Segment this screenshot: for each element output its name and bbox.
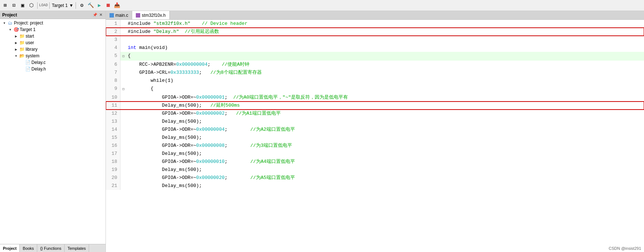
code-line-5: 5⊟{ [106,52,644,61]
line-code-11: Delay_ms(500); //延时500ms [126,102,644,110]
tab-label-stm32: stm32f10x.h [142,13,165,18]
toolbar-sep-1 [37,2,38,9]
code-line-16: 16 GPIOA->ODR=~0x00000008; //为3端口置低电平 [106,142,644,150]
line-code-16: GPIOA->ODR=~0x00000008; //为3端口置低电平 [126,142,644,150]
sidebar-title: Project [2,12,17,18]
line-expander-11 [120,102,126,110]
line-code-5: { [126,52,644,61]
tab-main-c[interactable]: main.c [106,11,132,19]
toolbar-sep-3 [76,2,76,9]
code-line-14: 14 GPIOA->ODR=~0x00000004; //为A2端口置低电平 [106,126,644,134]
sidebar-tree: ▼ 🗂 Project: project ▼ 🎯 Target 1 ▶ 📁 st… [0,19,106,244]
line-code-2: #include "Delay.h" //引用延迟函数 [126,28,644,36]
sidebar-tab-functions[interactable]: {} Functions [37,244,65,252]
sidebar-item-delay-h[interactable]: 📄 Delay.h [0,66,106,72]
line-number-3: 3 [106,36,120,44]
expander-user[interactable]: ▶ [13,40,19,46]
line-number-16: 16 [106,142,120,150]
line-expander-4 [120,44,126,52]
tab-stm32[interactable]: stm32f10x.h [132,11,169,19]
expander-target1[interactable]: ▼ [7,27,13,33]
line-code-8: while(1) [126,77,644,85]
line-expander-9[interactable]: ⊟ [120,85,126,93]
tab-label-main-c: main.c [115,13,128,18]
line-code-18: GPIOA->ODR=~0x00000010; //为A4端口置低电平 [126,158,644,166]
code-line-4: 4int main(void) [106,44,644,52]
code-line-10: 10 GPIOA->ODR=~0x00000001; //为A0端口置低电平，"… [106,93,644,102]
line-code-6: RCC->APB2ENR=0x000000004; //使能A时钟 [126,61,644,69]
toolbar-icon-load[interactable]: LOAD [40,2,47,9]
sidebar-pin-button[interactable]: 📌 [92,12,97,18]
sidebar-tab-project[interactable]: Project [0,244,20,252]
toolbar-sep-2 [49,2,50,9]
line-number-8: 8 [106,77,120,85]
toolbar-icon-run[interactable]: ▶ [96,2,103,9]
code-line-17: 17 Delay_ms(500); [106,150,644,158]
toolbar-icon-translate[interactable]: ⚙ [78,2,85,9]
sidebar-item-library[interactable]: ▶ 📁 library [0,46,106,53]
sidebar-item-start[interactable]: ▶ 📁 start [0,33,106,39]
line-expander-21 [120,182,126,190]
file-icon-delay-h: 📄 [25,66,31,72]
toolbar-target: Target 1 ▼ [52,3,73,8]
toolbar-icon-download[interactable]: 📥 [113,2,120,9]
line-number-12: 12 [106,110,120,118]
sidebar-tab-templates[interactable]: Templates [65,244,89,252]
code-line-1: 1#include "stm32f10x.h" // Device header [106,20,644,28]
sidebar-item-project-root[interactable]: ▼ 🗂 Project: project [0,20,106,26]
line-code-10: GPIOA->ODR=~0x00000001; //为A0端口置低电平，"~"是… [126,93,644,102]
sidebar-tab-books[interactable]: Books [20,244,37,252]
expander-system[interactable]: ▼ [13,53,19,59]
group-system-label: system [26,53,39,58]
toolbar-icon-4[interactable]: ⬡ [28,2,35,9]
line-number-10: 10 [106,93,120,102]
line-number-7: 7 [106,69,120,77]
target-dropdown-icon[interactable]: ▼ [69,3,73,8]
code-line-15: 15 Delay_ms(500); [106,134,644,142]
code-line-6: 6 RCC->APB2ENR=0x000000004; //使能A时钟 [106,61,644,69]
code-line-9: 9⊟ { [106,85,644,93]
folder-icon-user: 📁 [19,40,25,46]
line-code-9: { [126,85,644,93]
folder-icon-system: 📂 [19,53,25,59]
code-line-13: 13 Delay_ms(500); [106,118,644,126]
line-expander-6 [120,61,126,69]
sidebar-close-button[interactable]: ✕ [98,12,103,18]
sidebar-header-actions: 📌 ✕ [92,12,103,18]
line-number-1: 1 [106,20,120,28]
code-editor[interactable]: 1#include "stm32f10x.h" // Device header… [106,20,644,252]
sidebar-item-user[interactable]: ▶ 📁 user [0,39,106,46]
sidebar-item-system[interactable]: ▼ 📂 system [0,53,106,59]
toolbar-icon-3[interactable]: ▣ [19,2,26,9]
code-line-8: 8 while(1) [106,77,644,85]
line-expander-14 [120,126,126,134]
expander-library[interactable]: ▶ [13,46,19,52]
group-library-label: library [26,47,38,52]
line-number-11: 11 [106,102,120,110]
folder-icon-start: 📁 [19,33,25,39]
file-icon-delay-c: 📄 [25,60,31,65]
sidebar-header: Project 📌 ✕ [0,11,106,19]
line-number-19: 19 [106,166,120,174]
line-expander-5[interactable]: ⊟ [120,52,126,61]
tab-bar: main.c stm32f10x.h [106,11,644,20]
toolbar-icon-1[interactable]: ⊞ [1,2,9,9]
line-number-15: 15 [106,134,120,142]
project-icon: 🗂 [7,20,13,26]
expander-start[interactable]: ▶ [13,33,19,39]
line-code-19: Delay_ms(500); [126,166,644,174]
line-code-4: int main(void) [126,44,644,52]
code-line-11: 11 Delay_ms(500); //延时500ms [106,102,644,110]
sidebar-item-delay-c[interactable]: 📄 Delay.c [0,59,106,66]
line-number-20: 20 [106,174,120,182]
code-line-20: 20 GPIOA->ODR=~0x00000020; //为A5端口置低电平 [106,174,644,182]
expander-delay-h [19,66,25,72]
sidebar-item-target1[interactable]: ▼ 🎯 Target 1 [0,26,106,33]
code-line-3: 3 [106,36,644,44]
csdn-watermark: CSDN @insist291 [609,246,641,251]
toolbar-icon-build[interactable]: 🔨 [87,2,94,9]
toolbar-icon-stop[interactable]: ⏹ [104,2,112,9]
line-expander-2 [120,28,126,36]
toolbar-icon-2[interactable]: ⊡ [10,2,18,9]
expander-project[interactable]: ▼ [1,20,7,26]
